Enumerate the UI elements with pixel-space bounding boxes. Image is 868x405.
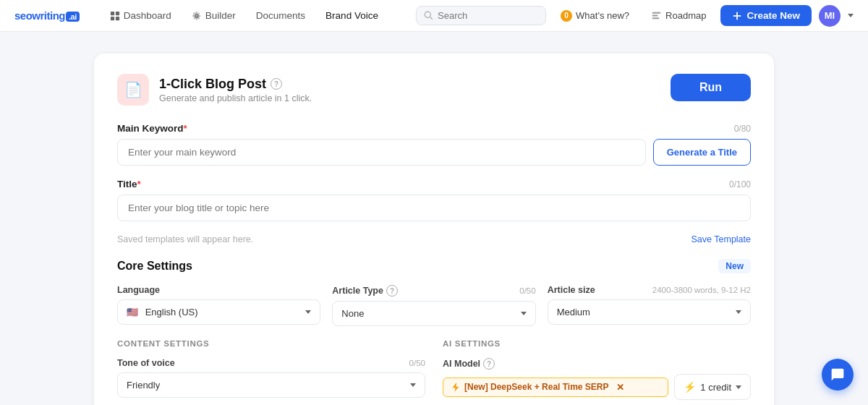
ai-model-info-icon[interactable]: ? [483, 358, 495, 370]
search-input[interactable] [438, 10, 532, 21]
credit-label: 1 credit [700, 382, 731, 393]
whats-new-btn[interactable]: 0 What's new? [553, 7, 637, 25]
title-label-row: Title* 0/100 [117, 179, 751, 189]
nav-documents[interactable]: Documents [247, 6, 314, 25]
svg-rect-0 [111, 11, 114, 14]
tone-value: Friendly [127, 380, 160, 391]
svg-rect-3 [116, 16, 119, 20]
tone-of-voice-group: Tone of voice 0/50 Friendly [117, 358, 425, 398]
card-title-text: 1-Click Blog Post ? Generate and publish… [159, 77, 312, 103]
tone-select[interactable]: Friendly [117, 372, 425, 398]
ai-model-tag-close[interactable]: ✕ [616, 382, 624, 393]
language-group: Language 🇺🇸 English (US) [117, 285, 320, 326]
templates-hint: Saved templates will appear here. [117, 234, 253, 244]
tone-label: Tone of voice [117, 358, 175, 368]
chat-bubble-button[interactable] [822, 359, 854, 391]
article-type-label: Article Type [332, 286, 383, 296]
keyword-label: Main Keyword* [117, 123, 187, 134]
article-size-label: Article size [548, 285, 595, 295]
bottom-settings-grid: CONTENT SETTINGS Tone of voice 0/50 Frie… [117, 339, 751, 400]
credit-select[interactable]: ⚡ 1 credit [674, 374, 751, 400]
article-type-group: Article Type ? 0/50 None [332, 285, 535, 326]
gear-icon [192, 11, 202, 21]
main-keyword-row: Main Keyword* 0/80 Generate a Title [117, 123, 751, 166]
keyword-char-count: 0/80 [734, 124, 751, 134]
whats-new-label: What's new? [576, 10, 629, 21]
ai-model-group: AI Model ? [New] DeepSeek + Real Time SE… [443, 358, 751, 400]
nav-brand-voice[interactable]: Brand Voice [317, 6, 387, 25]
main-card: 📄 1-Click Blog Post ? Generate and publi… [94, 54, 774, 405]
keyword-input-row: Generate a Title [117, 139, 751, 166]
logo-text: seowriting.ai [14, 9, 80, 22]
whats-new-badge: 0 [561, 10, 572, 22]
search-box[interactable] [416, 6, 546, 25]
roadmap-label: Roadmap [665, 10, 706, 21]
main-content: 📄 1-Click Blog Post ? Generate and publi… [0, 32, 868, 405]
article-type-chevron-icon [521, 312, 527, 315]
title-label: Title* [117, 179, 141, 189]
content-settings-section: CONTENT SETTINGS Tone of voice 0/50 Frie… [117, 339, 425, 400]
core-settings-grid: Language 🇺🇸 English (US) Article Type ? [117, 285, 751, 326]
content-settings-title: CONTENT SETTINGS [117, 339, 425, 348]
grid-icon [110, 11, 120, 21]
create-new-button[interactable]: Create New [720, 5, 812, 26]
svg-line-5 [430, 17, 433, 20]
card-icon: 📄 [117, 74, 149, 106]
article-type-count: 0/50 [519, 286, 535, 295]
generate-title-button[interactable]: Generate a Title [653, 139, 751, 166]
ai-settings-section: AI SETTINGS AI Model ? [New] DeepSeek + … [443, 339, 751, 400]
search-icon [424, 11, 433, 20]
article-type-select[interactable]: None [332, 301, 535, 326]
language-label: Language [117, 285, 320, 295]
language-value: English (US) [145, 307, 198, 317]
title-input[interactable] [117, 195, 751, 221]
logo-ai: .ai [66, 12, 80, 22]
svg-rect-2 [111, 16, 114, 20]
nav-dashboard[interactable]: Dashboard [101, 6, 180, 25]
svg-point-4 [425, 12, 430, 17]
article-size-select[interactable]: Medium [548, 299, 751, 325]
save-template-link[interactable]: Save Template [692, 234, 751, 244]
tone-chevron-icon [410, 383, 416, 387]
navbar: seowriting.ai Dashboard Builder Document… [0, 0, 868, 32]
logo[interactable]: seowriting.ai [14, 9, 80, 22]
article-type-info-icon[interactable]: ? [386, 285, 398, 297]
chat-icon [830, 367, 845, 382]
title-char-count: 0/100 [729, 179, 751, 189]
new-badge: New [718, 259, 751, 273]
templates-row: Saved templates will appear here. Save T… [117, 234, 751, 244]
plus-icon [732, 11, 742, 21]
article-size-chevron-icon [736, 310, 741, 314]
avatar-chevron-icon[interactable] [848, 14, 854, 17]
page-title: 1-Click Blog Post ? [159, 77, 312, 92]
ai-model-tag-label: [New] DeepSeek + Real Time SERP [464, 382, 609, 392]
title-row: Title* 0/100 [117, 179, 751, 221]
roadmap-btn[interactable]: Roadmap [644, 7, 713, 25]
nav-builder[interactable]: Builder [183, 6, 244, 25]
main-keyword-input[interactable] [117, 139, 646, 166]
ai-model-label: AI Model [443, 359, 480, 369]
language-chevron-icon [305, 310, 311, 314]
svg-rect-1 [116, 11, 119, 14]
keyword-label-row: Main Keyword* 0/80 [117, 123, 751, 134]
roadmap-icon [651, 10, 662, 21]
ai-settings-title: AI SETTINGS [443, 339, 751, 348]
article-size-group: Article size 2400-3800 words, 9-12 H2 Me… [548, 285, 751, 326]
lightning-icon [451, 383, 460, 392]
article-type-value: None [341, 308, 364, 319]
core-settings-header: Core Settings New [117, 259, 751, 273]
card-header: 📄 1-Click Blog Post ? Generate and publi… [117, 74, 751, 106]
article-size-value: Medium [557, 307, 590, 317]
page-subtitle: Generate and publish article in 1 click. [159, 93, 312, 103]
nav-links: Dashboard Builder Documents Brand Voice [101, 6, 416, 25]
credit-chevron-icon [736, 385, 741, 389]
credit-icon: ⚡ [684, 381, 696, 393]
tone-count: 0/50 [409, 359, 425, 367]
run-button[interactable]: Run [671, 74, 751, 101]
core-settings-title: Core Settings [117, 260, 192, 273]
title-info-icon[interactable]: ? [271, 78, 282, 90]
avatar[interactable]: MI [819, 5, 841, 27]
ai-model-tag: [New] DeepSeek + Real Time SERP ✕ [443, 378, 668, 397]
ai-model-row: [New] DeepSeek + Real Time SERP ✕ ⚡ 1 cr… [443, 374, 751, 400]
language-select[interactable]: 🇺🇸 English (US) [117, 299, 320, 325]
